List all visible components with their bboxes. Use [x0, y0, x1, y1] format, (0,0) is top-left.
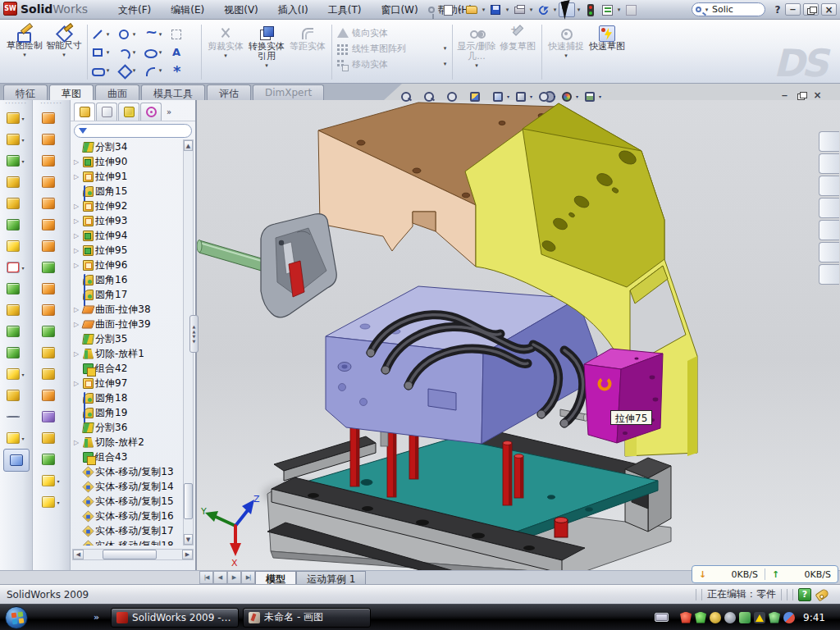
- display-delete-dropdown[interactable]: [473, 62, 481, 69]
- tray-icon[interactable]: [769, 612, 780, 623]
- mold-toolbar-button[interactable]: [39, 342, 64, 363]
- mold-toolbar-button[interactable]: [39, 385, 64, 406]
- menu-item[interactable]: 工具(T): [318, 1, 372, 20]
- task-pane-button[interactable]: [819, 153, 839, 174]
- scroll-down-arrow[interactable]: [184, 534, 193, 545]
- rebuild-button[interactable]: [582, 2, 599, 17]
- help-button[interactable]: ?: [769, 2, 786, 17]
- tree-item[interactable]: 拉伸90: [74, 154, 184, 169]
- left-toolbar-button[interactable]: [4, 278, 29, 299]
- sketch-entity-dropdown[interactable]: [157, 67, 164, 74]
- expand-arrow-icon[interactable]: [74, 380, 81, 387]
- tab-propertymanager[interactable]: [96, 103, 117, 121]
- toolbar-grip[interactable]: ·······: [5, 102, 27, 107]
- sketch-entity-button[interactable]: [91, 62, 117, 80]
- left-toolbar-button[interactable]: [4, 257, 29, 278]
- hud-dropdown[interactable]: [527, 94, 535, 99]
- network-speed-widget[interactable]: 0KB/S 0KB/S: [692, 565, 838, 583]
- hud-icon[interactable]: [468, 89, 482, 103]
- move-dropdown[interactable]: [441, 61, 449, 67]
- hud-icon[interactable]: [514, 89, 527, 103]
- undo-button[interactable]: [535, 2, 551, 17]
- hud-dropdown[interactable]: [550, 94, 558, 99]
- mold-toolbar-button[interactable]: [39, 321, 64, 342]
- left-toolbar-button[interactable]: [4, 193, 29, 214]
- sketch-entity-dropdown[interactable]: [130, 49, 138, 56]
- quick-launch-icon[interactable]: [53, 611, 66, 624]
- close-button[interactable]: [821, 3, 837, 16]
- left-toolbar-button[interactable]: [4, 150, 29, 171]
- mold-toolbar-button[interactable]: [39, 278, 64, 299]
- task-pane-button[interactable]: [819, 220, 839, 240]
- part-red-pin-short[interactable]: [555, 518, 568, 537]
- status-tag-icon[interactable]: [815, 587, 829, 601]
- tray-icon[interactable]: [739, 612, 751, 623]
- mold-toolbar-button[interactable]: [39, 299, 64, 321]
- hud-icon[interactable]: [536, 89, 550, 103]
- left-toolbar-button[interactable]: [4, 406, 29, 427]
- print-dropdown[interactable]: [527, 7, 535, 13]
- tree-item[interactable]: 分割35: [74, 331, 184, 346]
- scroll-right-arrow[interactable]: [182, 550, 193, 559]
- command-tab[interactable]: 特征: [3, 84, 48, 100]
- model-3d-view[interactable]: Y Z X: [197, 100, 840, 570]
- search-dropdown[interactable]: [703, 7, 710, 13]
- undo-dropdown[interactable]: [551, 7, 559, 13]
- start-button[interactable]: [5, 606, 28, 629]
- sketch-entity-button[interactable]: [117, 43, 144, 62]
- sketch-dropdown[interactable]: [21, 52, 29, 58]
- expand-arrow-icon[interactable]: [74, 306, 81, 313]
- task-pane-button[interactable]: [819, 198, 839, 218]
- sketch-entity-button[interactable]: [170, 62, 196, 80]
- left-toolbar-button[interactable]: [4, 321, 29, 342]
- taskbar-window-button[interactable]: SolidWorks 2009 - ...: [111, 608, 239, 628]
- tree-tabs-overflow[interactable]: [162, 103, 176, 121]
- left-toolbar-button[interactable]: [4, 342, 29, 363]
- sketch-entity-dropdown[interactable]: [157, 49, 164, 56]
- hud-icon[interactable]: [445, 89, 459, 103]
- tray-icon[interactable]: [783, 612, 795, 623]
- rapid-sketch-button[interactable]: 快速草图: [587, 22, 628, 82]
- mold-toolbar-button[interactable]: [39, 257, 64, 278]
- expand-arrow-icon[interactable]: [74, 247, 81, 254]
- expand-arrow-icon[interactable]: [74, 173, 81, 180]
- model-tab[interactable]: 运动算例 1: [296, 571, 366, 584]
- left-toolbar-button[interactable]: [4, 214, 29, 235]
- smart-dimension-dropdown[interactable]: [61, 52, 68, 58]
- mold-toolbar-button[interactable]: [39, 491, 64, 513]
- tree-item[interactable]: 圆角18: [74, 390, 184, 405]
- keyboard-layout-icon[interactable]: [655, 613, 669, 622]
- mold-toolbar-button[interactable]: [39, 150, 64, 171]
- tree-horizontal-scrollbar[interactable]: [72, 549, 194, 560]
- sketch-entity-dropdown[interactable]: [104, 67, 112, 74]
- save-dropdown[interactable]: [504, 7, 511, 13]
- sketch-entity-dropdown[interactable]: [157, 31, 164, 38]
- quick-launch-overflow-icon[interactable]: [94, 612, 99, 623]
- search-box[interactable]: [692, 2, 765, 16]
- expand-arrow-icon[interactable]: [74, 321, 81, 328]
- tree-item[interactable]: 圆角16: [74, 272, 184, 287]
- left-toolbar-button[interactable]: [4, 129, 29, 150]
- prev-tab-button[interactable]: [213, 571, 227, 584]
- tray-icon[interactable]: [754, 612, 765, 623]
- tree-item[interactable]: 拉伸96: [74, 258, 184, 272]
- mold-toolbar-button[interactable]: [39, 107, 64, 129]
- mold-toolbar-button[interactable]: [39, 193, 64, 214]
- first-tab-button[interactable]: [199, 571, 213, 584]
- sketch-entity-button[interactable]: [117, 25, 144, 43]
- mold-toolbar-button[interactable]: [39, 214, 64, 235]
- new-dropdown[interactable]: [456, 7, 463, 13]
- menu-item[interactable]: 视图(V): [214, 1, 268, 20]
- left-toolbar-button[interactable]: [4, 363, 29, 385]
- menu-item[interactable]: 窗口(W): [371, 1, 427, 20]
- mold-toolbar-button[interactable]: [39, 470, 64, 491]
- open-dropdown[interactable]: [480, 7, 487, 13]
- task-pane-button[interactable]: [819, 176, 839, 196]
- sketch-entity-dropdown[interactable]: [104, 49, 112, 56]
- mold-toolbar-dropdown[interactable]: [56, 500, 62, 505]
- tree-item[interactable]: 实体-移动/复制14: [74, 479, 184, 494]
- tree-filter-box[interactable]: [74, 124, 192, 138]
- toolbar-grip[interactable]: ·······: [40, 102, 62, 107]
- offset-entities-button[interactable]: 等距实体: [287, 22, 328, 82]
- tree-item[interactable]: 分割36: [74, 420, 184, 435]
